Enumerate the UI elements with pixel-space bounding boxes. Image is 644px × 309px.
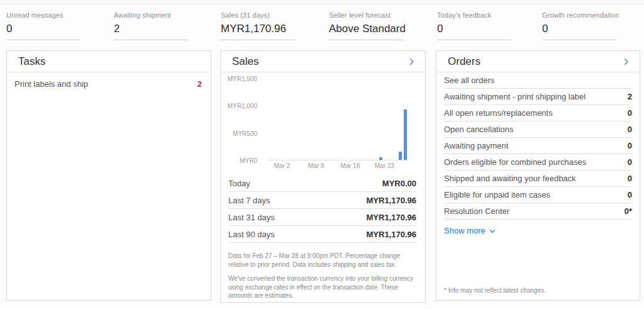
orders-row-unpaid-item-cases[interactable]: Eligible for unpaid item cases 0 (444, 187, 632, 203)
chart-x-axis: Mar 2Mar 9Mar 16Mar 23 (267, 162, 409, 171)
stat-label: Seller level forecast (329, 11, 423, 19)
orders-row-label: Awaiting shipment - print shipping label (444, 92, 586, 101)
stat-awaiting-shipment: Awaiting shipment 2 (114, 11, 208, 40)
orders-list: See all orders Awaiting shipment - print… (444, 72, 632, 220)
stat-seller-level-forecast: Seller level forecast Above Standard (329, 11, 423, 40)
sales-panel: Sales MYR1,500MYR1,000MYR500MYR0 Mar 2Ma… (220, 50, 426, 303)
stat-label: Unread messages (6, 11, 101, 19)
summary-label: Last 7 days (228, 196, 270, 205)
orders-row-label: Awaiting payment (444, 141, 508, 150)
sales-title: Sales (232, 55, 259, 68)
task-count-badge: 2 (197, 79, 202, 89)
sales-panel-header: Sales (221, 51, 425, 72)
chart-bar (404, 110, 407, 160)
sales-summary-list: Today MYR0.00 Last 7 days MYR1,170.96 La… (228, 175, 416, 243)
orders-row-value: 0 (628, 108, 632, 118)
sales-summary-row-90-days: Last 90 days MYR1,170.96 (228, 226, 416, 243)
stat-sales-31-days: Sales (31 days) MYR1,170.96 (221, 11, 315, 40)
show-more-link[interactable]: Show more (444, 226, 632, 235)
orders-footnote: * Info may not reflect latest changes. (444, 287, 546, 294)
summary-label: Today (228, 179, 250, 188)
orders-row-label: See all orders (444, 76, 494, 85)
chart-y-tick-label: MYR1,500 (228, 76, 257, 82)
orders-row-combined-purchases[interactable]: Orders eligible for combined purchases 0 (444, 154, 632, 171)
orders-row-open-returns[interactable]: All open returns/replacements 0 (444, 105, 632, 121)
orders-row-awaiting-feedback[interactable]: Shipped and awaiting your feedback 0 (444, 171, 632, 187)
chart-y-tick-label: MYR0 (240, 157, 257, 164)
summary-value: MYR1,170.96 (367, 196, 417, 205)
sales-summary-row-7-days: Last 7 days MYR1,170.96 (228, 192, 416, 209)
stat-label: Today's feedback (437, 11, 531, 19)
orders-panel-header: Orders (436, 51, 640, 72)
orders-row-value: 0* (625, 206, 632, 216)
summary-value: MYR0.00 (382, 179, 416, 188)
chevron-right-icon (621, 57, 631, 67)
sales-footnote-period: Data for Feb 27 – Mar 28 at 9:00pm PDT. … (228, 252, 414, 269)
orders-row-resolution-center[interactable]: Resolution Center 0* (444, 203, 632, 220)
tasks-panel-header: Tasks (7, 51, 211, 72)
orders-row-awaiting-shipment[interactable]: Awaiting shipment - print shipping label… (444, 89, 632, 105)
stat-value[interactable]: 0 (542, 23, 616, 40)
stat-label: Growth recommendation (542, 11, 636, 19)
chart-plot (267, 79, 409, 160)
sales-footnote-currency: We've converted the transaction currency… (228, 274, 414, 300)
tasks-panel: Tasks Print labels and ship 2 (6, 50, 211, 301)
orders-row-value: 0 (628, 157, 632, 167)
orders-row-label: Resolution Center (444, 206, 509, 216)
orders-row-label: Open cancellations (444, 125, 514, 134)
chart-y-axis: MYR1,500MYR1,000MYR500MYR0 (226, 79, 261, 160)
sales-summary-row-today: Today MYR0.00 (228, 175, 416, 192)
orders-open-button[interactable] (621, 57, 631, 67)
orders-row-value: 0 (628, 141, 632, 150)
stat-value[interactable]: 0 (437, 23, 511, 40)
orders-row-value: 0 (628, 125, 632, 134)
stat-label: Awaiting shipment (114, 11, 208, 19)
chevron-right-icon (406, 57, 416, 67)
orders-panel: Orders See all orders Awaiting shipment … (436, 50, 640, 301)
orders-title: Orders (448, 55, 480, 68)
orders-row-value: 0 (628, 174, 632, 183)
orders-row-see-all[interactable]: See all orders (444, 72, 632, 89)
chart-x-tick-label: Mar 9 (308, 162, 325, 169)
orders-row-value: 0 (628, 190, 632, 199)
sales-summary-row-31-days: Last 31 days MYR1,170.96 (228, 209, 416, 226)
stat-label: Sales (31 days) (221, 11, 315, 19)
summary-label: Last 90 days (228, 230, 275, 239)
orders-row-value: 2 (628, 92, 632, 101)
show-more-label: Show more (444, 226, 486, 235)
sales-footnotes: Data for Feb 27 – Mar 28 at 9:00pm PDT. … (228, 252, 414, 300)
stat-unread-messages: Unread messages 0 (6, 11, 101, 40)
summary-value: MYR1,170.96 (367, 230, 417, 239)
tasks-title: Tasks (18, 55, 45, 68)
orders-row-label: Shipped and awaiting your feedback (444, 174, 576, 183)
sales-open-button[interactable] (406, 57, 416, 67)
stat-value[interactable]: 2 (114, 23, 188, 40)
chart-y-tick-label: MYR500 (233, 130, 257, 137)
chart-bar (399, 152, 402, 160)
chart-y-tick-label: MYR1,000 (228, 103, 257, 110)
stat-value[interactable]: 0 (6, 23, 80, 40)
stat-value[interactable]: Above Standard (329, 23, 403, 40)
chart-x-tick-label: Mar 16 (340, 162, 360, 169)
summary-label: Last 31 days (228, 213, 275, 222)
chevron-down-icon (489, 227, 496, 235)
stat-growth-recommendation: Growth recommendation 0 (542, 11, 636, 40)
stat-value[interactable]: MYR1,170.96 (221, 23, 295, 40)
orders-row-label: All open returns/replacements (444, 108, 553, 118)
summary-value: MYR1,170.96 (367, 213, 417, 222)
top-divider (0, 4, 644, 4)
chart-x-tick-label: Mar 23 (375, 162, 394, 169)
chart-x-tick-label: Mar 2 (274, 162, 290, 169)
sales-chart: MYR1,500MYR1,000MYR500MYR0 Mar 2Mar 9Mar… (226, 79, 418, 171)
chart-bar (379, 157, 382, 160)
orders-row-open-cancellations[interactable]: Open cancellations 0 (444, 121, 632, 138)
orders-row-awaiting-payment[interactable]: Awaiting payment 0 (444, 138, 632, 154)
task-label: Print labels and ship (14, 79, 88, 89)
orders-row-label: Eligible for unpaid item cases (444, 190, 550, 199)
stat-todays-feedback: Today's feedback 0 (437, 11, 531, 40)
task-row-print-labels[interactable]: Print labels and ship 2 (7, 72, 211, 95)
orders-row-label: Orders eligible for combined purchases (444, 157, 586, 167)
